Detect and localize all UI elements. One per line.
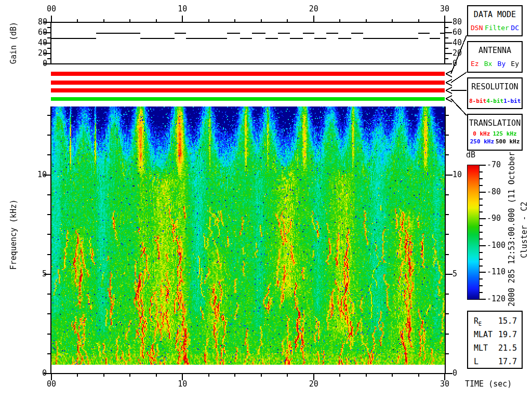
data-mode-options: DSN Filter DC	[468, 24, 522, 32]
spacecraft-label: Cluster - C2	[520, 196, 529, 264]
option-by: By	[498, 60, 506, 68]
tick-label: 10	[172, 5, 193, 14]
option-8bit: 8-bit	[469, 98, 486, 104]
gain-axis-title: Gain (dB)	[9, 12, 18, 74]
antenna-panel: ANTENNA Ez Bx By Ey	[467, 41, 523, 73]
translation-options-row1: 0 kHz 125 kHz	[468, 130, 522, 137]
antenna-options: Ez Bx By Ey	[468, 60, 522, 68]
ephemeris-row-mlat: MLAT 19.7	[468, 328, 522, 341]
ephemeris-row-re: RE 15.7	[468, 314, 522, 328]
tick-label: 20	[303, 380, 324, 389]
tick-label: 40	[28, 38, 47, 47]
data-mode-title: DATA MODE	[468, 10, 522, 19]
option-250khz: 250 kHz	[470, 138, 494, 145]
tick-label: 00	[41, 380, 62, 389]
resolution-status-bar	[51, 88, 445, 92]
option-ey: Ey	[511, 60, 519, 68]
tick-label: 5	[453, 270, 473, 278]
ephemeris-value: 19.7	[498, 328, 517, 341]
tick-label: 0	[28, 59, 47, 68]
tick-label: 10	[172, 380, 193, 389]
antenna-title: ANTENNA	[468, 46, 522, 55]
tick-label: -70	[487, 161, 512, 169]
tick-label: 30	[434, 5, 455, 14]
option-filter: Filter	[485, 24, 509, 32]
ephemeris-value: 15.7	[498, 314, 517, 328]
spectrogram-heatmap	[51, 107, 445, 365]
tick-label: 10	[26, 170, 47, 179]
colorbar-unit-label: dB	[466, 151, 475, 159]
option-bx: Bx	[484, 60, 493, 68]
tick-label: 10	[453, 170, 473, 179]
option-4bit: 4-bit	[486, 98, 503, 104]
option-500khz: 500 kHz	[496, 138, 520, 145]
ephemeris-row-mlt: MLT 21.5	[468, 341, 522, 355]
colorbar	[468, 165, 479, 299]
resolution-panel: RESOLUTION 8-bit 4-bit 1-bit	[467, 77, 523, 109]
translation-status-bar	[51, 97, 445, 101]
option-125khz: 125 kHz	[493, 130, 516, 137]
ephemeris-row-l: L 17.7	[468, 355, 522, 368]
tick-label: 20	[28, 49, 47, 58]
ephemeris-panel: RE 15.7 MLAT 19.7 MLT 21.5 L 17.7	[467, 311, 523, 369]
translation-options-row2: 250 kHz 500 kHz	[468, 138, 522, 145]
ephemeris-value: 21.5	[498, 341, 517, 355]
tick-label: -110	[487, 268, 512, 276]
tick-label: 20	[303, 5, 324, 14]
data-mode-panel: DATA MODE DSN Filter DC	[467, 5, 523, 36]
frequency-axis-title: Frequency (kHz)	[9, 193, 18, 276]
option-ez: Ez	[471, 60, 479, 68]
tick-label: 0	[26, 369, 47, 378]
wbd-spectrogram-display: Gain (dB) Frequency (kHz) dB TIME (sec) …	[0, 0, 532, 399]
option-1bit: 1-bit	[503, 98, 521, 104]
translation-title: TRANSLATION	[468, 118, 522, 128]
tick-label: -90	[487, 214, 512, 223]
tick-label: 30	[434, 380, 455, 389]
tick-label: 80	[28, 18, 47, 26]
option-dc: DC	[511, 24, 519, 32]
time-axis-title: TIME (sec)	[465, 380, 512, 389]
tick-label: -100	[487, 241, 512, 250]
option-dsn: DSN	[471, 24, 483, 32]
ephemeris-label: L	[474, 355, 478, 371]
translation-panel: TRANSLATION 0 kHz 125 kHz 250 kHz 500 kH…	[467, 114, 523, 151]
resolution-title: RESOLUTION	[468, 82, 522, 91]
tick-label: 5	[26, 270, 47, 278]
ephemeris-value: 17.7	[498, 355, 517, 368]
tick-label: -80	[487, 188, 512, 196]
tick-label: 0	[453, 369, 473, 378]
tick-label: -120	[487, 295, 512, 303]
resolution-options: 8-bit 4-bit 1-bit	[468, 98, 522, 104]
tick-label: 60	[28, 28, 47, 37]
option-0khz: 0 kHz	[473, 130, 490, 137]
antenna-status-bar	[51, 81, 445, 85]
data-mode-status-bar	[51, 72, 445, 76]
tick-label: 00	[41, 5, 62, 14]
